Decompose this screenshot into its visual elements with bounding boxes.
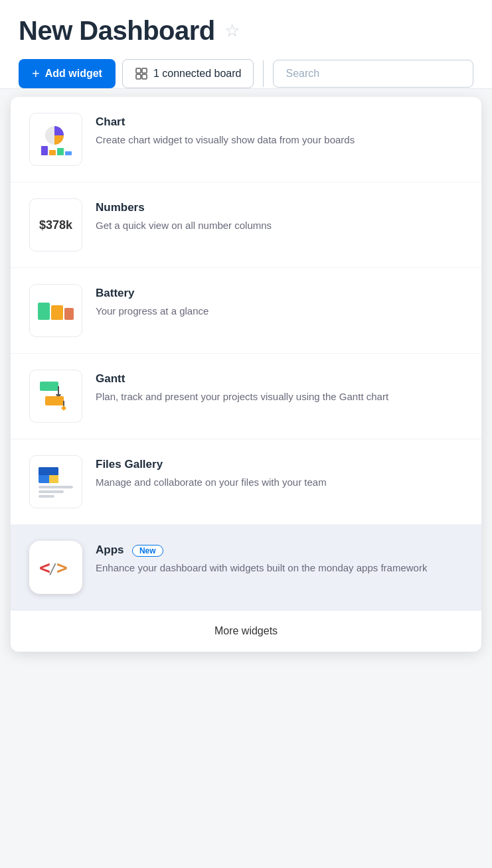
gantt-widget-name: Gantt [96, 372, 388, 386]
page-header: New Dashboard ☆ + Add widget 1 connected… [0, 0, 492, 89]
apps-widget-name: Apps [96, 543, 124, 556]
board-icon [135, 67, 148, 80]
page-title: New Dashboard [19, 16, 215, 46]
gantt-icon-wrap [29, 370, 82, 423]
chart-widget-info: Chart Create chart widget to visually sh… [96, 113, 355, 148]
svg-rect-8 [65, 151, 72, 155]
new-badge: New [132, 545, 163, 557]
apps-widget-desc: Enhance your dashboard with widgets buil… [96, 561, 427, 576]
list-item[interactable]: Chart Create chart widget to visually sh… [11, 97, 481, 182]
gantt-widget-info: Gantt Plan, track and present your proje… [96, 370, 388, 405]
search-label: Search [286, 68, 319, 80]
search-button[interactable]: Search [273, 60, 473, 88]
svg-rect-21 [39, 486, 73, 488]
list-item[interactable]: Battery Your progress at a glance [11, 268, 481, 354]
files-widget-info: Files Gallery Manage and collaborate on … [96, 455, 327, 490]
list-item[interactable]: < / > Apps New Enhance your dashboard wi… [11, 525, 481, 610]
connected-board-label: 1 connected board [153, 68, 242, 80]
svg-rect-9 [38, 303, 50, 320]
files-icon-wrap [29, 455, 82, 508]
chart-widget-name: Chart [96, 115, 355, 129]
widget-dropdown-panel: Chart Create chart widget to visually sh… [11, 97, 481, 652]
files-gallery-icon [36, 462, 76, 502]
svg-rect-6 [49, 150, 56, 155]
svg-rect-3 [142, 74, 147, 79]
chart-widget-desc: Create chart widget to visually show dat… [96, 133, 355, 148]
apps-icon-wrap: < / > [29, 541, 82, 594]
apps-name-row: Apps New [96, 543, 427, 557]
svg-rect-23 [39, 495, 54, 498]
svg-rect-10 [51, 305, 63, 320]
svg-text:>: > [56, 557, 68, 579]
svg-rect-19 [39, 467, 58, 475]
svg-rect-12 [40, 382, 58, 391]
svg-rect-0 [136, 68, 141, 73]
svg-marker-17 [61, 405, 66, 411]
svg-rect-1 [142, 68, 147, 73]
battery-icon [37, 297, 75, 324]
star-icon[interactable]: ☆ [224, 21, 240, 41]
numbers-widget-desc: Get a quick view on all number columns [96, 218, 272, 234]
svg-rect-2 [136, 74, 141, 79]
chart-icon-wrap [29, 113, 82, 166]
apps-widget-info: Apps New Enhance your dashboard with wid… [96, 541, 427, 576]
numbers-widget-info: Numbers Get a quick view on all number c… [96, 198, 272, 234]
numbers-widget-name: Numbers [96, 201, 272, 214]
list-item[interactable]: $378k Numbers Get a quick view on all nu… [11, 182, 481, 268]
connected-board-button[interactable]: 1 connected board [122, 59, 254, 88]
svg-rect-11 [64, 308, 74, 320]
add-widget-label: Add widget [45, 68, 102, 80]
chart-icon [36, 119, 76, 159]
code-icon: < / > [39, 555, 72, 579]
svg-rect-7 [57, 148, 64, 155]
svg-rect-5 [41, 146, 48, 155]
battery-widget-desc: Your progress at a glance [96, 304, 208, 319]
plus-icon: + [32, 67, 40, 80]
gantt-icon [36, 376, 76, 416]
toolbar-divider [263, 60, 264, 87]
list-item[interactable]: Gantt Plan, track and present your proje… [11, 354, 481, 439]
files-widget-desc: Manage and collaborate on your files wit… [96, 475, 327, 490]
numbers-icon-wrap: $378k [29, 198, 82, 252]
gantt-widget-desc: Plan, track and present your projects vi… [96, 390, 388, 405]
files-widget-name: Files Gallery [96, 458, 327, 471]
battery-icon-wrap [29, 284, 82, 337]
battery-widget-info: Battery Your progress at a glance [96, 284, 208, 319]
add-widget-button[interactable]: + Add widget [19, 59, 116, 88]
more-widgets-button[interactable]: More widgets [11, 610, 481, 652]
toolbar: + Add widget 1 connected board Search [19, 59, 473, 88]
battery-widget-name: Battery [96, 287, 208, 300]
svg-rect-22 [39, 490, 64, 493]
list-item[interactable]: Files Gallery Manage and collaborate on … [11, 439, 481, 525]
svg-rect-20 [49, 475, 58, 483]
title-row: New Dashboard ☆ [19, 16, 473, 46]
apps-section: < / > Apps New Enhance your dashboard wi… [11, 525, 481, 610]
svg-rect-15 [45, 396, 64, 405]
numbers-icon: $378k [39, 218, 72, 232]
